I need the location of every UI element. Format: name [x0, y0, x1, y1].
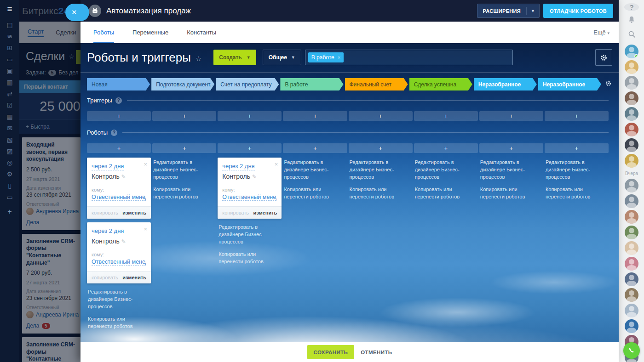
view-settings-button[interactable]	[595, 49, 612, 66]
copy-move-robots-link[interactable]: Копировать или перенести роботов	[88, 316, 146, 330]
crm-icon[interactable]: ▥	[6, 79, 14, 85]
sync-icon[interactable]: ⇄	[6, 90, 14, 97]
deal-activity-link[interactable]: Дела	[26, 322, 39, 329]
edit-pencil-icon[interactable]: ✎	[121, 238, 126, 245]
chevron-down-icon[interactable]: ▼	[527, 9, 539, 13]
add-robot-button[interactable]: +	[87, 143, 151, 153]
edit-in-designer-link[interactable]: Редактировать в дизайнере Бизнес-процесс…	[284, 159, 342, 181]
phone-call-button[interactable]	[623, 342, 640, 359]
robot-card[interactable]: × через 2 дня Контроль✎ кому: Отвественн…	[87, 158, 151, 219]
copy-move-robots-link[interactable]: Копировать или перенести роботов	[415, 186, 473, 201]
filter-chip[interactable]: В работе ×	[308, 52, 344, 62]
bitrix24-logo[interactable]: Битрикс24	[22, 6, 69, 17]
add-trigger-button[interactable]: +	[218, 111, 282, 121]
avatar[interactable]	[625, 91, 638, 105]
add-robot-button[interactable]: +	[414, 143, 478, 153]
avatar[interactable]	[625, 76, 638, 90]
search-icon[interactable]	[628, 30, 636, 40]
favorite-star-icon[interactable]: ☆	[69, 53, 75, 60]
avatar[interactable]	[625, 179, 638, 192]
deal-resp-name[interactable]: Андреева Ирина	[36, 208, 79, 215]
robot-delay-link[interactable]: через 2 дня	[222, 163, 254, 170]
robot-to-value-link[interactable]: Отвественный менед...	[92, 194, 146, 201]
cart-icon[interactable]: ▦	[6, 113, 14, 120]
avatar[interactable]	[625, 319, 638, 333]
widgets-icon[interactable]: ⊞	[6, 45, 14, 51]
edit-in-designer-link[interactable]: Редактировать в дизайнере Бизнес-процесс…	[480, 159, 539, 181]
copy-move-robots-link[interactable]: Копировать или перенести роботов	[546, 186, 604, 201]
add-trigger-button[interactable]: +	[152, 111, 216, 121]
add-trigger-button[interactable]: +	[349, 111, 413, 121]
stage-prepayment[interactable]: Счет на предоплату	[216, 78, 279, 90]
avatar[interactable]	[625, 138, 638, 152]
avatar[interactable]	[625, 257, 638, 271]
filter-dropdown[interactable]: Общее ▼	[263, 50, 301, 65]
tab-robots[interactable]: Роботы	[93, 22, 114, 43]
search-input[interactable]: В работе ×	[305, 50, 513, 65]
edit-in-designer-link[interactable]: Редактировать в дизайнере Бизнес-процесс…	[546, 159, 604, 181]
copy-button[interactable]: копировать	[92, 210, 118, 215]
menu-icon[interactable]: ≡	[7, 5, 12, 13]
add-robot-button[interactable]: +	[545, 143, 609, 153]
chat-icon[interactable]: ▧	[6, 136, 14, 143]
close-icon[interactable]: ×	[144, 226, 148, 232]
stage-unsorted-2[interactable]: Неразобранное	[538, 78, 601, 90]
add-trigger-button[interactable]: +	[283, 111, 347, 121]
favorite-star-icon[interactable]: ☆	[196, 55, 201, 63]
tasks-counter[interactable]: Задачи: 5 Без дел	[19, 68, 80, 80]
edit-in-designer-link[interactable]: Редактировать в дизайнере Бизнес-процесс…	[350, 159, 408, 181]
more-menu[interactable]: Ещё ▾	[593, 29, 610, 36]
copy-move-robots-link[interactable]: Копировать или перенести роботов	[153, 186, 212, 201]
robot-card[interactable]: × через 2 дня Контроль✎ кому: Отвественн…	[87, 222, 151, 283]
copy-move-robots-link[interactable]: Копировать или перенести роботов	[218, 251, 277, 266]
avatar[interactable]	[625, 210, 638, 224]
stages-settings-gear-icon[interactable]	[602, 80, 614, 89]
copy-move-robots-link[interactable]: Копировать или перенести роботов	[284, 186, 342, 201]
save-button[interactable]: СОХРАНИТЬ	[307, 345, 355, 359]
edit-button[interactable]: изменить	[253, 210, 277, 215]
live-feed-icon[interactable]: ▤	[6, 22, 14, 28]
edit-in-designer-link[interactable]: Редактировать в дизайнере Бизнес-процесс…	[415, 159, 473, 181]
add-robot-button[interactable]: +	[349, 143, 413, 153]
add-robot-button[interactable]: +	[479, 143, 543, 153]
desktop-icon[interactable]: ▭	[6, 194, 14, 200]
copy-move-robots-link[interactable]: Копировать или перенести роботов	[350, 186, 408, 201]
robot-delay-link[interactable]: через 2 дня	[92, 163, 124, 170]
avatar[interactable]	[625, 304, 638, 317]
avatar[interactable]	[625, 272, 638, 286]
deal-activity-link[interactable]: Дела	[26, 219, 39, 226]
edit-pencil-icon[interactable]: ✎	[121, 174, 126, 180]
stage-new[interactable]: Новая	[87, 78, 150, 90]
more-circle-icon[interactable]: ◎	[6, 159, 14, 166]
avatar[interactable]	[625, 288, 638, 302]
tab-variables[interactable]: Переменные	[132, 22, 168, 43]
robot-to-value-link[interactable]: Отвественный менед...	[222, 194, 276, 201]
avatar[interactable]	[625, 60, 638, 74]
copy-move-robots-link[interactable]: Копировать или перенести роботов	[480, 186, 539, 201]
avatar[interactable]	[625, 194, 638, 208]
add-trigger-button[interactable]: +	[414, 111, 478, 121]
avatar[interactable]	[625, 107, 638, 121]
contacts-icon[interactable]: ▣	[6, 68, 14, 74]
tab-start[interactable]: Старт	[28, 28, 44, 37]
robot-delay-link[interactable]: через 2 дня	[92, 227, 124, 235]
mail-icon[interactable]: ✉	[6, 125, 14, 131]
add-trigger-button[interactable]: +	[545, 111, 609, 121]
stage-unsorted-1[interactable]: Неразобранное	[474, 78, 537, 90]
quick-deal-button[interactable]: + Быстра	[19, 119, 80, 134]
help-icon[interactable]: ?	[111, 130, 117, 136]
calendar-icon[interactable]: ▨	[6, 148, 14, 154]
add-trigger-button[interactable]: +	[479, 111, 543, 121]
avatar[interactable]	[625, 45, 638, 58]
avatar[interactable]	[625, 154, 638, 168]
notifications-bell-icon[interactable]	[627, 16, 636, 26]
help-icon[interactable]: ?	[115, 97, 122, 104]
robot-to-value-link[interactable]: Отвественный менед...	[92, 259, 146, 266]
robot-card[interactable]: × через 2 дня Контроль✎ кому: Отвественн…	[218, 158, 282, 219]
stage-final-invoice[interactable]: Финальный счет	[345, 78, 408, 90]
edit-button[interactable]: изменить	[122, 275, 146, 280]
monitor-icon[interactable]: ▭	[6, 56, 14, 62]
copy-button[interactable]: копировать	[222, 210, 249, 215]
help-button[interactable]: ?	[624, 3, 639, 11]
mobile-icon[interactable]: ▯	[6, 182, 14, 189]
